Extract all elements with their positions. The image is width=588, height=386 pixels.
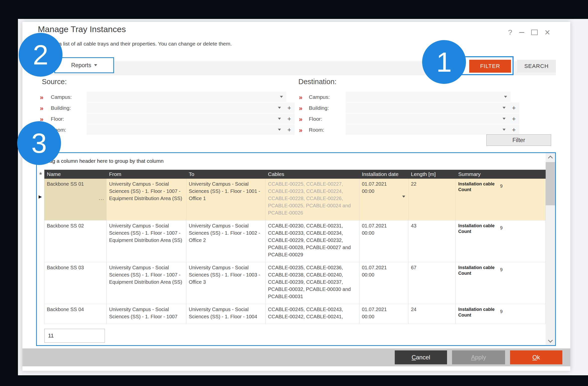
destination-room-select[interactable]: +: [346, 124, 519, 135]
row-selector-gutter[interactable]: [37, 221, 44, 262]
cell-to[interactable]: University Campus - Social Sciences (SS)…: [186, 179, 265, 221]
add-icon[interactable]: +: [512, 115, 516, 122]
cell-from[interactable]: University Campus - Social Sciences (SS)…: [107, 221, 186, 262]
column-header-cables[interactable]: Cables: [265, 170, 359, 179]
cell-cables[interactable]: CCABLE-00235, CCABLE-00236, CCABLE-00238…: [265, 262, 359, 304]
table-row[interactable]: Backbone SS 03 University Campus - Socia…: [37, 262, 546, 304]
column-header-length[interactable]: Length [m]: [408, 170, 456, 179]
chevrons-icon: »: [299, 94, 302, 101]
scroll-up-button[interactable]: [546, 153, 555, 162]
cell-summary[interactable]: Installation cable Count 9: [456, 304, 546, 324]
add-icon[interactable]: +: [287, 126, 291, 133]
tray-name: Backbone SS 01: [47, 181, 84, 187]
column-header-name[interactable]: Name: [44, 170, 107, 179]
summary-value: 9: [500, 183, 503, 220]
apply-button[interactable]: Apply: [452, 350, 505, 364]
filter-apply-button[interactable]: Filter: [486, 134, 551, 146]
search-tab-label: SEARCH: [524, 63, 549, 69]
row-selector-gutter[interactable]: [37, 304, 44, 324]
source-section-title: Source:: [42, 78, 67, 86]
annotation-badge-3: 3: [17, 121, 61, 165]
add-icon[interactable]: +: [287, 115, 291, 122]
cell-summary[interactable]: Installation cable Count 9: [456, 179, 546, 221]
annotation-badge-2: 2: [19, 33, 63, 77]
group-by-hint[interactable]: Drag a column header here to group by th…: [37, 153, 555, 170]
ok-label: Ok: [532, 354, 540, 361]
cell-length[interactable]: 67: [408, 262, 456, 304]
minimize-icon[interactable]: [519, 32, 524, 33]
row-selector-gutter[interactable]: ▶: [37, 179, 44, 221]
cell-length[interactable]: 24: [408, 304, 456, 324]
add-icon[interactable]: +: [512, 126, 516, 133]
record-count-input[interactable]: 11: [44, 329, 105, 343]
column-header-to[interactable]: To: [186, 170, 265, 179]
cell-length[interactable]: 43: [408, 221, 456, 262]
source-campus-select[interactable]: [87, 92, 286, 102]
help-icon[interactable]: ?: [508, 28, 512, 37]
cell-from[interactable]: University Campus - Social Sciences (SS)…: [107, 179, 186, 221]
cell-name[interactable]: Backbone SS 02: [44, 221, 107, 262]
cell-installation-date[interactable]: 01.07.2021 00:00: [359, 221, 408, 262]
destination-campus-select[interactable]: [346, 92, 511, 102]
cell-installation-date[interactable]: 01.07.2021 00:00: [359, 304, 408, 324]
cell-to[interactable]: University Campus - Social Sciences (SS)…: [186, 221, 265, 262]
summary-label: Installation cable Count: [458, 223, 496, 262]
chevron-up-icon: [548, 156, 553, 161]
maximize-icon[interactable]: [531, 30, 538, 35]
add-icon[interactable]: +: [287, 105, 291, 111]
cell-cables[interactable]: CCABLE-00230, CCABLE-00231, CCABLE-00233…: [265, 221, 359, 262]
destination-floor-label: Floor:: [309, 116, 322, 122]
search-tab[interactable]: SEARCH: [517, 60, 556, 73]
vertical-scrollbar[interactable]: [546, 153, 555, 345]
destination-building-select[interactable]: +: [346, 103, 519, 113]
cell-name[interactable]: Backbone SS 01 ...: [44, 179, 107, 221]
summary-label: Installation cable Count: [458, 307, 496, 324]
cell-name[interactable]: Backbone SS 04: [44, 304, 107, 324]
destination-campus-label: Campus:: [309, 94, 330, 100]
chevron-down-icon: [94, 64, 97, 66]
cell-cables[interactable]: CCABLE-00225, CCABLE-00227, CCABLE-00223…: [265, 179, 359, 221]
add-icon[interactable]: +: [512, 105, 516, 111]
close-icon[interactable]: ×: [545, 28, 550, 37]
filter-tab[interactable]: FILTER: [469, 60, 511, 73]
summary-value: 9: [500, 308, 503, 324]
source-room-select[interactable]: +: [87, 124, 295, 135]
table-row[interactable]: Backbone SS 02 University Campus - Socia…: [37, 221, 546, 262]
installation-date-value: 01.07.2021 00:00: [362, 306, 390, 320]
source-campus-label: Campus:: [51, 94, 72, 100]
column-header-summary[interactable]: Summary: [456, 170, 546, 179]
summary-label: Installation cable Count: [458, 181, 496, 220]
cell-installation-date[interactable]: 01.07.2021 00:00: [359, 262, 408, 304]
scrollbar-thumb[interactable]: [546, 162, 555, 205]
cell-from[interactable]: University Campus - Social Sciences (SS)…: [107, 304, 186, 324]
asterisk-icon[interactable]: *: [37, 170, 44, 179]
table-row[interactable]: ▶ Backbone SS 01 ... University Campus -…: [37, 179, 546, 221]
reports-dropdown-button[interactable]: Reports: [54, 57, 114, 73]
tray-grid: Drag a column header here to group by th…: [36, 152, 556, 346]
cell-summary[interactable]: Installation cable Count 9: [456, 221, 546, 262]
source-floor-select[interactable]: +: [87, 113, 295, 124]
cancel-button[interactable]: Cancel: [395, 350, 447, 364]
column-header-from[interactable]: From: [107, 170, 186, 179]
row-selector-gutter[interactable]: [37, 262, 44, 304]
cell-to[interactable]: University Campus - Social Sciences (SS)…: [186, 262, 265, 304]
cell-name[interactable]: Backbone SS 03: [44, 262, 107, 304]
destination-floor-select[interactable]: +: [346, 113, 519, 124]
cell-summary[interactable]: Installation cable Count 9: [456, 262, 546, 304]
cell-cables[interactable]: CCABLE-00245, CCABLE-00243, CCABLE-00242…: [265, 304, 359, 324]
chevron-down-icon[interactable]: [402, 196, 405, 198]
cell-length[interactable]: 22: [408, 179, 456, 221]
source-building-select[interactable]: +: [87, 103, 295, 113]
column-header-installation-date[interactable]: Installation date: [359, 170, 408, 179]
scroll-down-button[interactable]: [546, 337, 555, 345]
cell-to[interactable]: University Campus - Social Sciences (SS)…: [186, 304, 265, 324]
installation-date-value: 01.07.2021 00:00: [362, 180, 390, 195]
cell-from[interactable]: University Campus - Social Sciences (SS)…: [107, 262, 186, 304]
reports-label: Reports: [71, 62, 91, 69]
summary-label: Installation cable Count: [458, 265, 496, 304]
ok-button[interactable]: Ok: [510, 350, 562, 364]
cell-installation-date[interactable]: 01.07.2021 00:00: [359, 179, 408, 221]
ellipsis-button[interactable]: ...: [99, 195, 104, 202]
installation-date-value: 01.07.2021 00:00: [362, 264, 390, 278]
table-row[interactable]: Backbone SS 04 University Campus - Socia…: [37, 304, 546, 324]
